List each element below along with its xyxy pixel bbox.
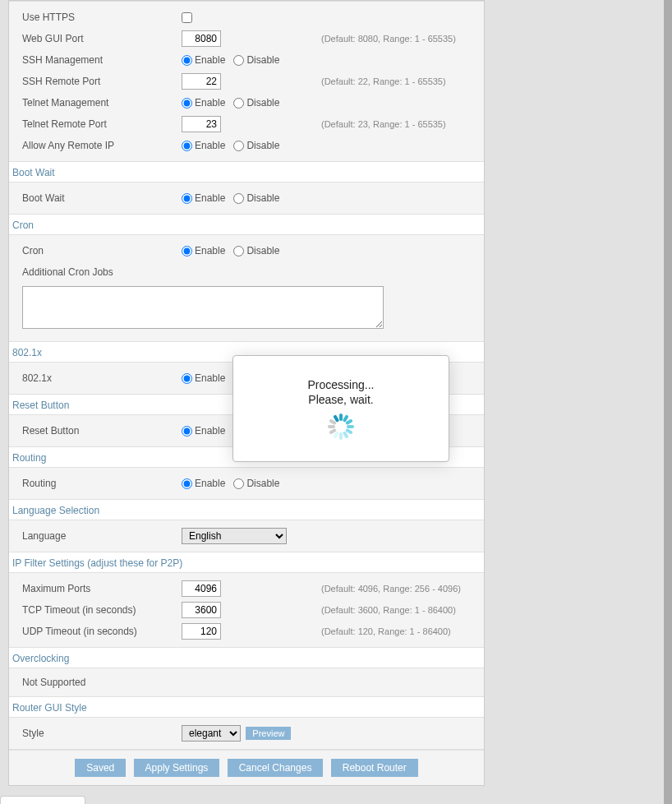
- telnet-port-label: Telnet Remote Port: [17, 118, 182, 130]
- allow-any-enable-radio[interactable]: [182, 141, 192, 151]
- telnet-mgmt-label: Telnet Management: [17, 97, 182, 109]
- cron-label: Cron: [17, 245, 182, 256]
- tcp-timeout-label: TCP Timeout (in seconds): [17, 604, 182, 616]
- reboot-button[interactable]: Reboot Router: [331, 759, 418, 777]
- web-gui-port-hint: (Default: 8080, Range: 1 - 65535): [321, 34, 476, 44]
- allow-any-disable-radio[interactable]: [233, 141, 244, 151]
- dot1x-label: 802.1x: [17, 372, 182, 384]
- routing-enable-radio[interactable]: [182, 478, 192, 489]
- apply-button[interactable]: Apply Settings: [134, 759, 220, 777]
- cron-enable-radio[interactable]: [182, 246, 192, 256]
- ssh-port-label: SSH Remote Port: [17, 76, 182, 87]
- overclock-header: Overclocking: [9, 648, 484, 668]
- ssh-mgmt-disable-radio[interactable]: [233, 55, 244, 66]
- style-label: Style: [17, 728, 182, 739]
- cron-jobs-label: Additional Cron Jobs: [17, 266, 182, 278]
- language-select[interactable]: English: [182, 528, 287, 544]
- preview-button[interactable]: Preview: [246, 727, 291, 740]
- max-ports-input[interactable]: [182, 580, 221, 597]
- max-ports-hint: (Default: 4096, Range: 256 - 4096): [321, 584, 476, 594]
- cron-jobs-textarea[interactable]: [22, 286, 384, 329]
- boot-wait-enable-radio[interactable]: [182, 193, 192, 204]
- boot-wait-disable-radio[interactable]: [233, 193, 244, 204]
- reset-button-label: Reset Button: [17, 425, 182, 437]
- style-header: Router GUI Style: [9, 697, 484, 717]
- web-gui-port-input[interactable]: [182, 30, 221, 47]
- bottom-tab[interactable]: [0, 796, 85, 804]
- overclock-text: Not Supported: [17, 673, 476, 691]
- ssh-mgmt-label: SSH Management: [17, 54, 182, 66]
- routing-disable-radio[interactable]: [233, 478, 244, 489]
- use-https-label: Use HTTPS: [17, 12, 182, 23]
- udp-timeout-input[interactable]: [182, 623, 221, 640]
- allow-any-label: Allow Any Remote IP: [17, 140, 182, 151]
- tcp-timeout-input[interactable]: [182, 602, 221, 618]
- telnet-port-hint: (Default: 23, Range: 1 - 65535): [321, 119, 476, 129]
- udp-timeout-hint: (Default: 120, Range: 1 - 86400): [321, 626, 476, 636]
- web-gui-port-label: Web GUI Port: [17, 33, 182, 44]
- ssh-mgmt-enable-radio[interactable]: [182, 55, 192, 66]
- telnet-mgmt-enable-radio[interactable]: [182, 98, 192, 109]
- use-https-checkbox[interactable]: [182, 12, 192, 23]
- processing-modal: Processing...Please, wait.: [232, 355, 449, 462]
- cron-header: Cron: [9, 215, 484, 234]
- loading-spinner-icon: [328, 414, 354, 440]
- tcp-timeout-hint: (Default: 3600, Range: 1 - 86400): [321, 605, 476, 615]
- boot-wait-header: Boot Wait: [9, 162, 484, 182]
- style-select[interactable]: elegant: [182, 725, 241, 742]
- cron-disable-radio[interactable]: [233, 246, 244, 256]
- reset-enable-radio[interactable]: [182, 426, 192, 437]
- button-bar: Saved Apply Settings Cancel Changes Rebo…: [9, 750, 484, 785]
- ipfilter-header: IP Filter Settings (adjust these for P2P…: [9, 552, 484, 572]
- language-label: Language: [17, 530, 182, 542]
- ssh-port-input[interactable]: [182, 73, 221, 90]
- dot1x-enable-radio[interactable]: [182, 373, 192, 384]
- udp-timeout-label: UDP Timeout (in seconds): [17, 626, 182, 637]
- routing-label: Routing: [17, 478, 182, 489]
- cancel-button[interactable]: Cancel Changes: [228, 759, 324, 777]
- modal-text: Processing...Please, wait.: [308, 377, 375, 407]
- boot-wait-label: Boot Wait: [17, 192, 182, 204]
- saved-button[interactable]: Saved: [75, 759, 126, 777]
- telnet-port-input[interactable]: [182, 116, 221, 132]
- max-ports-label: Maximum Ports: [17, 583, 182, 594]
- scrollbar-track[interactable]: [664, 0, 672, 804]
- ssh-port-hint: (Default: 22, Range: 1 - 65535): [321, 76, 476, 86]
- telnet-mgmt-disable-radio[interactable]: [233, 98, 244, 109]
- language-header: Language Selection: [9, 500, 484, 520]
